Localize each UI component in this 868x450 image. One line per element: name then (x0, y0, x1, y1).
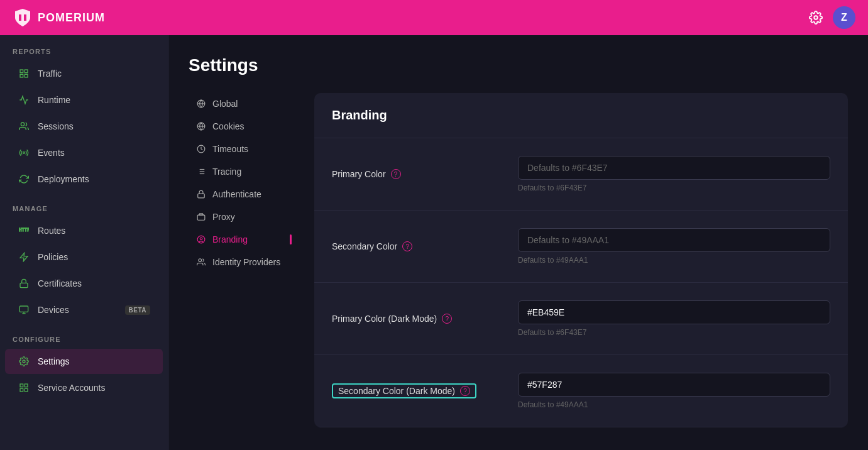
settings-icon-button[interactable] (809, 11, 823, 25)
routes-icon: HTTP (18, 224, 30, 237)
primary-color-label-wrap: Primary Color ? (332, 169, 508, 179)
svg-rect-17 (25, 384, 28, 387)
sidebar-item-certificates[interactable]: Certificates (5, 271, 163, 296)
svg-rect-0 (19, 14, 21, 21)
primary-color-input[interactable] (518, 156, 830, 180)
svg-rect-16 (20, 384, 23, 387)
app-logo: POMERIUM (13, 8, 105, 28)
sidebar-item-routes[interactable]: HTTP Routes (5, 218, 163, 243)
svg-rect-6 (25, 74, 28, 77)
sidebar-item-service-accounts[interactable]: Service Accounts (5, 375, 163, 400)
identity-providers-icon (196, 257, 206, 267)
subnav-authenticate[interactable]: Authenticate (189, 184, 299, 205)
subnav-cookies[interactable]: Cookies (189, 116, 299, 137)
subnav-branding-label: Branding (212, 234, 281, 244)
field-row-secondary-color-dark: Secondary Color (Dark Mode) ? Defaults t… (314, 355, 848, 427)
branding-body: Primary Color ? Defaults to #6F43E7 Seco… (314, 138, 848, 427)
top-navigation: POMERIUM Z (0, 0, 868, 35)
field-row-primary-color-dark: Primary Color (Dark Mode) ? Defaults to … (314, 283, 848, 355)
branding-title: Branding (314, 93, 848, 138)
authenticate-icon (196, 189, 206, 199)
policies-icon (18, 251, 30, 263)
sidebar: REPORTS Traffic Runtime Sessions Events (0, 35, 168, 450)
gear-icon (809, 11, 823, 25)
svg-rect-11 (20, 283, 28, 287)
sidebar-item-deployments-label: Deployments (38, 174, 89, 184)
subnav-identity-providers[interactable]: Identity Providers (189, 251, 299, 273)
sidebar-item-sessions[interactable]: Sessions (5, 114, 163, 139)
svg-rect-1 (24, 14, 26, 21)
subnav-tracing[interactable]: Tracing (189, 161, 299, 182)
sidebar-item-devices-label: Devices (38, 305, 69, 315)
primary-color-dark-input[interactable] (518, 300, 830, 324)
sidebar-item-settings[interactable]: Settings (5, 349, 163, 374)
cookies-icon (196, 121, 206, 131)
service-accounts-icon (18, 381, 30, 394)
svg-rect-3 (20, 70, 23, 73)
primary-color-dark-label-wrap: Primary Color (Dark Mode) ? (332, 314, 508, 324)
settings-sidebar-icon (18, 355, 30, 368)
primary-color-input-wrap: Defaults to #6F43E7 (518, 156, 830, 192)
primary-color-help-icon[interactable]: ? (391, 169, 401, 179)
proxy-icon (196, 212, 206, 222)
reports-section-label: REPORTS (0, 35, 168, 60)
secondary-color-dark-input-wrap: Defaults to #49AAA1 (518, 373, 830, 409)
field-row-secondary-color: Secondary Color ? Defaults to #49AAA1 (314, 211, 848, 283)
secondary-color-dark-hint: Defaults to #49AAA1 (518, 400, 830, 409)
sidebar-item-policies[interactable]: Policies (5, 244, 163, 270)
secondary-color-dark-label: Secondary Color (Dark Mode) (338, 386, 455, 396)
timeouts-icon (196, 144, 206, 154)
sidebar-item-deployments[interactable]: Deployments (5, 167, 163, 192)
subnav-tracing-label: Tracing (212, 167, 241, 177)
devices-icon (18, 304, 30, 316)
secondary-color-dark-help-icon[interactable]: ? (460, 386, 470, 396)
topnav-right: Z (809, 6, 855, 29)
subnav-proxy-label: Proxy (212, 212, 235, 222)
events-icon (18, 146, 30, 159)
svg-rect-32 (197, 215, 205, 220)
traffic-icon (18, 67, 30, 80)
global-icon (196, 99, 206, 109)
subnav-global-label: Global (212, 99, 238, 109)
user-avatar[interactable]: Z (833, 6, 855, 29)
sidebar-item-events[interactable]: Events (5, 140, 163, 165)
sessions-icon (18, 120, 30, 133)
sidebar-item-service-accounts-label: Service Accounts (38, 383, 105, 393)
certificates-icon (18, 277, 30, 290)
svg-point-7 (21, 123, 24, 126)
primary-color-dark-label: Primary Color (Dark Mode) (332, 314, 437, 324)
subnav-timeouts[interactable]: Timeouts (189, 138, 299, 160)
svg-rect-4 (25, 70, 28, 73)
svg-rect-12 (19, 306, 28, 312)
svg-rect-18 (20, 388, 23, 392)
svg-point-15 (23, 360, 25, 363)
primary-color-dark-help-icon[interactable]: ? (442, 314, 452, 324)
configure-section-label: CONFIGURE (0, 323, 168, 348)
sidebar-item-traffic[interactable]: Traffic (5, 61, 163, 86)
subnav-branding[interactable]: Branding (189, 229, 299, 250)
primary-color-label: Primary Color (332, 169, 386, 179)
settings-layout: Global Cookies Timeouts (189, 93, 848, 427)
settings-subnav: Global Cookies Timeouts (189, 93, 314, 427)
field-row-primary-color: Primary Color ? Defaults to #6F43E7 (314, 138, 848, 211)
subnav-global[interactable]: Global (189, 93, 299, 114)
sidebar-item-devices[interactable]: Devices BETA (5, 297, 163, 322)
secondary-color-help-icon[interactable]: ? (402, 241, 412, 251)
subnav-cookies-label: Cookies (212, 121, 244, 131)
svg-text:HTTP: HTTP (19, 227, 29, 233)
page-title: Settings (189, 55, 848, 75)
deployments-icon (18, 173, 30, 185)
app-title: POMERIUM (38, 11, 105, 25)
runtime-icon (18, 94, 30, 106)
main-content: Settings Global Cookies (168, 35, 868, 450)
subnav-timeouts-label: Timeouts (212, 144, 248, 154)
sidebar-item-policies-label: Policies (38, 252, 68, 262)
secondary-color-input[interactable] (518, 228, 830, 252)
subnav-proxy[interactable]: Proxy (189, 206, 299, 228)
logo-icon (13, 8, 33, 28)
secondary-color-dark-input[interactable] (518, 373, 830, 397)
branding-icon (196, 234, 206, 244)
secondary-color-dark-focused-box: Secondary Color (Dark Mode) ? (332, 383, 476, 398)
subnav-identity-providers-label: Identity Providers (212, 257, 280, 267)
sidebar-item-runtime[interactable]: Runtime (5, 87, 163, 112)
